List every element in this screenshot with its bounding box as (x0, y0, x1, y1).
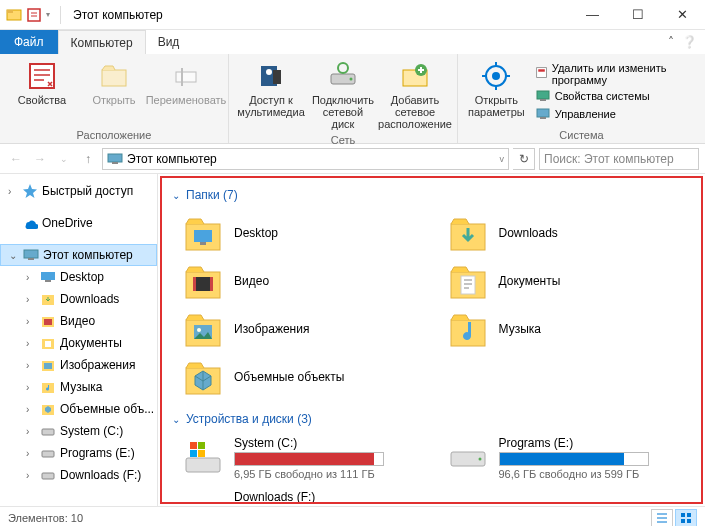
svg-rect-46 (42, 473, 54, 479)
svg-rect-2 (28, 9, 40, 21)
folder-label: Объемные объекты (234, 370, 344, 384)
svg-rect-1 (7, 10, 13, 13)
tab-file[interactable]: Файл (0, 30, 58, 54)
downloads-folder-icon (447, 212, 489, 254)
sidebar-item-3d-objects[interactable]: ›Объемные объ... (0, 398, 157, 420)
refresh-button[interactable]: ↻ (513, 148, 535, 170)
search-box[interactable]: Поиск: Этот компьютер (539, 148, 699, 170)
folder-label: Изображения (234, 322, 309, 336)
svg-rect-33 (41, 272, 55, 280)
sidebar-item-desktop[interactable]: ›Desktop (0, 266, 157, 288)
svg-point-10 (266, 69, 272, 75)
svg-rect-27 (537, 109, 549, 117)
drive-item[interactable]: System (C:)6,95 ГБ свободно из 111 ГБ (182, 436, 427, 480)
videos-folder-icon (182, 260, 224, 302)
folder-item-pictures[interactable]: Изображения (182, 308, 427, 350)
folder-item-objects3d[interactable]: Объемные объекты (182, 356, 427, 398)
rename-button: Переименовать (152, 58, 220, 108)
svg-point-13 (350, 78, 353, 81)
this-pc-icon (107, 151, 123, 167)
forward-button: → (30, 149, 50, 169)
sidebar-item-music[interactable]: ›Музыка (0, 376, 157, 398)
chevron-right-icon[interactable]: › (8, 186, 18, 197)
media-access-button[interactable]: Доступ к мультимедиа (237, 58, 305, 120)
svg-rect-56 (461, 276, 475, 294)
properties-button[interactable]: Свойства (8, 58, 76, 108)
folder-label: Музыка (499, 322, 541, 336)
drive-item[interactable]: Downloads (F:) (182, 490, 427, 502)
drive-icon (182, 490, 224, 502)
chevron-down-icon[interactable]: v (500, 154, 505, 164)
svg-rect-71 (681, 513, 685, 517)
manage-button[interactable]: Управление (535, 106, 693, 122)
music-folder-icon (447, 308, 489, 350)
svg-rect-29 (108, 154, 122, 162)
status-bar: Элементов: 10 (0, 506, 705, 526)
tab-view[interactable]: Вид (146, 30, 192, 54)
folder-item-desktop[interactable]: Desktop (182, 212, 427, 254)
ribbon-help-area: ˄ ❔ (660, 30, 705, 54)
ribbon-group-system: Открыть параметры Удалить или изменить п… (458, 54, 705, 143)
maximize-button[interactable]: ☐ (615, 0, 660, 30)
folder-item-music[interactable]: Музыка (447, 308, 692, 350)
recent-locations-button[interactable]: ⌄ (54, 149, 74, 169)
open-button: Открыть (80, 58, 148, 108)
sidebar-item-pictures[interactable]: ›Изображения (0, 354, 157, 376)
address-path[interactable]: Этот компьютер v (102, 148, 509, 170)
content-scroll[interactable]: ⌄ Папки (7) DesktopDownloadsВидеоДокумен… (162, 178, 701, 502)
address-bar: ← → ⌄ ↑ Этот компьютер v ↻ Поиск: Этот к… (0, 144, 705, 174)
close-button[interactable]: ✕ (660, 0, 705, 30)
folder-item-documents[interactable]: Документы (447, 260, 692, 302)
add-network-location-button[interactable]: Добавить сетевое расположение (381, 58, 449, 132)
folder-label: Документы (499, 274, 561, 288)
drive-usage-bar (499, 452, 649, 466)
help-icon[interactable]: ❔ (682, 35, 697, 49)
sidebar-item-onedrive[interactable]: OneDrive (0, 212, 157, 234)
chevron-down-icon: ⌄ (172, 190, 180, 201)
sidebar-item-downloads[interactable]: ›Downloads (0, 288, 157, 310)
drives-group-header[interactable]: ⌄ Устройства и диски (3) (172, 408, 691, 430)
svg-rect-62 (186, 458, 220, 472)
folder-item-videos[interactable]: Видео (182, 260, 427, 302)
svg-rect-74 (687, 519, 691, 523)
svg-rect-26 (540, 99, 546, 101)
svg-point-18 (492, 72, 500, 80)
up-button[interactable]: ↑ (78, 149, 98, 169)
svg-point-14 (338, 63, 348, 73)
sidebar-item-videos[interactable]: ›Видео (0, 310, 157, 332)
item-count: Элементов: 10 (8, 512, 83, 524)
system-properties-button[interactable]: Свойства системы (535, 88, 693, 104)
view-details-button[interactable] (651, 509, 673, 527)
svg-rect-54 (210, 277, 213, 291)
minimize-button[interactable]: — (570, 0, 615, 30)
ribbon-group-location: Свойства Открыть Переименовать Расположе… (0, 54, 229, 143)
sidebar-item-quick-access[interactable]: › Быстрый доступ (0, 180, 157, 202)
svg-rect-45 (42, 451, 54, 457)
drive-item[interactable]: Programs (E:)96,6 ГБ свободно из 599 ГБ (447, 436, 692, 480)
window-title: Этот компьютер (65, 8, 570, 22)
sidebar-item-programs-e[interactable]: ›Programs (E:) (0, 442, 157, 464)
sidebar-item-documents[interactable]: ›Документы (0, 332, 157, 354)
open-settings-button[interactable]: Открыть параметры (466, 58, 527, 120)
folder-item-downloads[interactable]: Downloads (447, 212, 692, 254)
tab-computer[interactable]: Компьютер (58, 30, 146, 54)
svg-rect-11 (273, 70, 281, 84)
pictures-folder-icon (182, 308, 224, 350)
folders-group-header[interactable]: ⌄ Папки (7) (172, 184, 691, 206)
sidebar-item-downloads-f[interactable]: ›Downloads (F:) (0, 464, 157, 486)
drive-name: Downloads (F:) (234, 490, 427, 502)
drive-name: Programs (E:) (499, 436, 692, 450)
ribbon-collapse-icon[interactable]: ˄ (668, 35, 674, 49)
svg-rect-41 (44, 363, 52, 369)
ribbon-tabs: Файл Компьютер Вид ˄ ❔ (0, 30, 705, 54)
qat-dropdown-icon[interactable]: ▾ (46, 10, 50, 19)
map-drive-button[interactable]: Подключить сетевой диск (309, 58, 377, 132)
sidebar-item-this-pc[interactable]: ⌄ Этот компьютер (0, 244, 157, 266)
view-large-icons-button[interactable] (675, 509, 697, 527)
svg-point-59 (197, 328, 201, 332)
svg-rect-49 (200, 242, 206, 245)
uninstall-program-button[interactable]: Удалить или изменить программу (535, 62, 693, 86)
sidebar-item-system-c[interactable]: ›System (C:) (0, 420, 157, 442)
chevron-down-icon[interactable]: ⌄ (9, 250, 19, 261)
properties-qat-icon[interactable] (26, 7, 42, 23)
